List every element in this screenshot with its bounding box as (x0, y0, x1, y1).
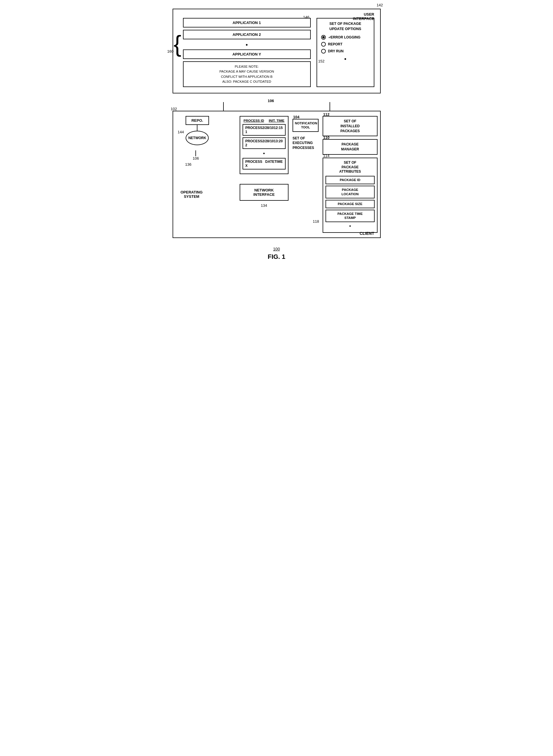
app-box-2: APPLICATION 2 (183, 30, 311, 39)
p2-time: 13:20 (274, 139, 283, 147)
figure-caption: 100 FIG. 1 (268, 247, 285, 260)
note-text: PLEASE NOTE:PACKAGE A MAY CAUSE VERSIONC… (219, 65, 274, 83)
ref-146: 146 (303, 15, 310, 19)
fig-ref: 100 (268, 247, 285, 251)
ref-110: 110 (323, 135, 329, 140)
p1-date: 2/28/10 (262, 126, 274, 134)
radio-filled-dot (322, 36, 325, 39)
fig-number: FIG. 1 (268, 253, 285, 260)
note-box: 152 PLEASE NOTE:PACKAGE A MAY CAUSE VERS… (183, 61, 311, 87)
process-row-x: PROCESS X DATE TIME (243, 158, 286, 169)
network-interface-box: NETWORKINTERFACE (240, 184, 289, 201)
p2-id: PROCESS 2 (245, 139, 262, 147)
option-error-logging: ⤶ ERROR LOGGING (321, 35, 370, 40)
app-box-y: APPLICATION Y (183, 50, 311, 59)
app-box-1: APPLICATION 1 (183, 18, 311, 27)
report-label: REPORT (328, 42, 342, 46)
repo-box: REPO. (185, 116, 209, 125)
connector-lines (173, 102, 381, 111)
ref-118: 118 (313, 219, 319, 224)
option-report: REPORT (321, 42, 370, 47)
px-id: PROCESS X (245, 160, 265, 168)
apps-section: 160 { APPLICATION 1 APPLICATION 2 • APPL… (179, 18, 311, 87)
network-vert-line (195, 150, 196, 156)
ui-inner: 160 { APPLICATION 1 APPLICATION 2 • APPL… (179, 18, 374, 87)
repo-line (197, 125, 198, 131)
network-label: NETWORK (188, 136, 206, 140)
processes-table-box: PROCESS ID INIT. TIME PROCESS 1 2/28/10 … (240, 116, 289, 174)
apps-brace: { (174, 18, 181, 70)
process-row-2: PROCESS 2 2/28/10 13:20 (243, 137, 286, 149)
notif-tool-box: 104 NOTIFICATIONTOOL (293, 119, 319, 132)
installed-pkg-box: 112 SET OFINSTALLEDPACKAGES (323, 116, 378, 136)
left-col: 144 REPO. NETWORK 106 (178, 116, 236, 233)
p1-id: PROCESS 1 (245, 126, 262, 134)
pkg-attributes-box: 114 118 SET OFPACKAGEATTRIBUTES PACKAGE … (323, 158, 378, 233)
ref-134: 134 (261, 203, 267, 208)
px-date: DATE (265, 160, 274, 168)
error-logging-label: ERROR LOGGING (331, 35, 361, 39)
ref-106-left: 106 (193, 156, 199, 160)
option-dry-run: DRY RUN (321, 49, 370, 54)
client-box: 102 CLIENT 144 REPO. NETWORK (173, 111, 381, 238)
p2-date: 2/28/10 (262, 139, 274, 147)
user-interface-box: 142 USERINTERFACE 160 { APPLICATION 1 AP… (173, 9, 381, 93)
pkg-attr-timestamp: PACKAGE TIMESTAMP (325, 210, 375, 222)
ref-144: 144 (178, 130, 184, 134)
repo-block: REPO. NETWORK (185, 116, 209, 145)
os-label: OPERATINGSYSTEM (181, 190, 203, 199)
col-process-id: PROCESS ID (244, 119, 264, 122)
ref-136: 136 (185, 162, 192, 167)
pkg-options-box: 146 SET OF PACKAGEUPDATE OPTIONS ⤶ ERROR… (317, 18, 374, 87)
radio-error-logging[interactable] (321, 35, 326, 40)
ref-112: 112 (323, 112, 329, 117)
ref-106-label: 106 (268, 98, 274, 103)
process-row-1: PROCESS 1 2/28/10 12:15 (243, 124, 286, 136)
ref-142: 142 (377, 3, 383, 7)
set-executing-label: 106 SET OFEXECUTINGPROCESSES (293, 136, 319, 150)
radio-report[interactable] (321, 42, 326, 47)
ref-114: 114 (323, 154, 329, 158)
pkg-attr-id: PACKAGE ID (325, 176, 375, 184)
center-col: PROCESS ID INIT. TIME PROCESS 1 2/28/10 … (240, 116, 289, 233)
processes-table-header: PROCESS ID INIT. TIME (243, 119, 286, 122)
options-dots: • (321, 56, 370, 63)
pkg-options-title: SET OF PACKAGEUPDATE OPTIONS (321, 21, 370, 31)
connector-line-left (223, 102, 224, 111)
ref-160: 160 (167, 49, 174, 54)
arrow-pointer-icon: ⤶ (328, 35, 331, 39)
right-col: 112 SET OFINSTALLEDPACKAGES 110 PACKAGEM… (323, 116, 378, 233)
dry-run-label: DRY RUN (328, 49, 344, 53)
pkg-attr-title: SET OFPACKAGEATTRIBUTES (325, 160, 375, 174)
repo-label: REPO. (191, 118, 203, 123)
connector-line-right (329, 102, 330, 111)
p1-time: 12:15 (274, 126, 283, 134)
center-labels-col: 104 NOTIFICATIONTOOL 106 SET OFEXECUTING… (293, 116, 319, 233)
apps-dots: • (183, 42, 311, 48)
attr-dots: • (325, 224, 375, 229)
network-oval: NETWORK (185, 131, 209, 145)
col-init-time: INIT. TIME (269, 119, 285, 122)
pkg-manager-box: 110 PACKAGEMANAGER (323, 139, 378, 155)
ref-102: 102 (171, 107, 177, 111)
radio-dry-run[interactable] (321, 49, 326, 54)
client-inner: 144 REPO. NETWORK 106 (178, 116, 376, 233)
brace-icon: { (174, 32, 181, 56)
page-container: 142 USERINTERFACE 160 { APPLICATION 1 AP… (164, 9, 389, 260)
pkg-attr-location: PACKAGELOCATION (325, 186, 375, 199)
pkg-attr-size: PACKAGE SIZE (325, 200, 375, 208)
process-dots: • (243, 151, 286, 157)
px-time: TIME (274, 160, 283, 168)
ref-104: 104 (293, 115, 300, 120)
